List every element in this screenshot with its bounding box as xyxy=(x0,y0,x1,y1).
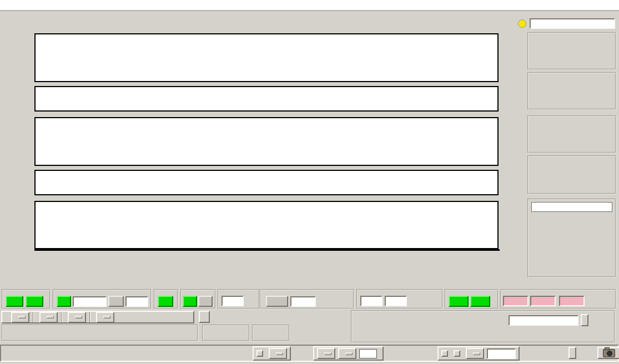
bpm-monitor-panel xyxy=(527,199,616,277)
dropdown-dash-icon xyxy=(103,316,110,318)
resize-button[interactable] xyxy=(568,347,576,359)
set-ref-button[interactable] xyxy=(581,314,588,326)
beam-gate-open-2-button[interactable] xyxy=(26,296,43,307)
dx-plot xyxy=(34,33,499,82)
fc15-group xyxy=(53,289,152,309)
fc15-on-button[interactable] xyxy=(57,296,71,307)
dy-plot xyxy=(34,117,499,166)
replot-button[interactable] xyxy=(199,311,210,323)
range-qem-segment xyxy=(61,312,89,322)
qe-right-axis-label xyxy=(516,201,524,249)
dropdown-dash-icon xyxy=(47,316,54,318)
ee-ratio-group xyxy=(218,289,260,309)
sigma-group xyxy=(252,325,290,341)
ph-checkbox[interactable] xyxy=(441,350,448,357)
gr-a1-1st-button[interactable] xyxy=(449,296,469,307)
bpm-dropdown[interactable] xyxy=(317,348,335,359)
dropdown-dash-icon xyxy=(345,352,353,355)
dropdown-dash-icon xyxy=(75,316,82,318)
che1-out-button[interactable] xyxy=(266,296,288,307)
range-dx-segment xyxy=(2,312,33,322)
dropdown-dash-icon xyxy=(473,352,480,355)
fc15-percent-value xyxy=(125,296,148,307)
acquisition-panel xyxy=(437,346,520,361)
dy-axis-label xyxy=(12,117,19,166)
sector-group xyxy=(2,325,198,341)
chg-th-dropdown[interactable] xyxy=(269,348,287,359)
chg-th-checkbox[interactable] xyxy=(256,350,263,357)
show-group xyxy=(351,310,615,343)
threshold-input[interactable] xyxy=(359,349,377,358)
qe-right-y-axis xyxy=(500,201,506,249)
fc15-kv-value xyxy=(73,296,107,307)
range-toolbar xyxy=(1,311,194,323)
dx-2nd-stats xyxy=(527,72,616,110)
bt-collimator-group xyxy=(260,289,354,309)
sx-plot xyxy=(34,86,499,112)
dy-1st-stats xyxy=(527,115,616,153)
conti-checkbox[interactable] xyxy=(454,350,460,357)
beam-rep-value-2 xyxy=(530,296,556,306)
se1-value xyxy=(385,296,407,306)
x-axis-line xyxy=(34,249,500,251)
range-dy-dropdown[interactable] xyxy=(39,312,58,323)
busel-group xyxy=(154,289,178,309)
dropdown-dash-icon xyxy=(18,316,26,318)
qe-y-axis xyxy=(28,201,34,249)
count-input[interactable] xyxy=(487,348,516,359)
bunch-filter-group xyxy=(202,325,250,341)
interval-dropdown[interactable] xyxy=(466,348,484,359)
range-dx-dropdown[interactable] xyxy=(11,312,29,323)
qe-plot xyxy=(34,201,499,249)
sx-steering-chart xyxy=(0,86,527,112)
dx-y-axis xyxy=(28,33,34,82)
dy-y-axis xyxy=(28,117,34,166)
range-qem-dropdown[interactable] xyxy=(68,312,86,323)
range-qep-dropdown[interactable] xyxy=(96,312,114,323)
bpm-select-panel xyxy=(313,346,384,361)
app-window xyxy=(0,0,619,364)
beam-rep-group xyxy=(500,289,616,309)
dy-2nd-stats xyxy=(527,155,616,194)
gr-a1-2nd-button[interactable] xyxy=(470,296,490,307)
bunch-dropdown[interactable] xyxy=(338,348,356,359)
dropdown-dash-icon xyxy=(324,352,331,355)
beam-rep-value-1 xyxy=(503,296,529,306)
sx-y-axis xyxy=(28,86,34,112)
dx-axis-label xyxy=(12,33,19,82)
gr-a1-snsr-group xyxy=(445,289,499,309)
fc15-stb-button[interactable] xyxy=(108,296,124,307)
bpm-monitor-title xyxy=(531,202,612,212)
range-qep-segment xyxy=(89,312,118,322)
x-axis-bpm-labels xyxy=(34,252,500,286)
range-dy-segment xyxy=(33,312,61,322)
sy-plot xyxy=(34,170,499,195)
chg-th-panel xyxy=(253,346,291,361)
qe-axis-label xyxy=(12,201,19,249)
timestamp-field xyxy=(530,18,615,29)
dx-orbit-chart xyxy=(0,33,527,82)
bunch-select-group xyxy=(180,289,216,309)
beam-gate-open-1-button[interactable] xyxy=(6,296,23,307)
beam-rep-value-3 xyxy=(559,296,585,306)
che1-value xyxy=(290,296,316,307)
busel-on-button[interactable] xyxy=(158,296,173,307)
ref-name-input[interactable] xyxy=(509,315,578,326)
dy-orbit-chart xyxy=(0,117,527,166)
sx-axis-label xyxy=(12,86,19,112)
bunch-1st-button[interactable] xyxy=(183,296,197,307)
camera-icon xyxy=(603,349,615,357)
screenshot-button[interactable] xyxy=(597,347,619,359)
qe-charge-chart xyxy=(0,201,527,249)
sy-steering-chart xyxy=(0,170,527,195)
status-lamp-icon xyxy=(518,19,526,28)
dx-1st-stats xyxy=(527,32,616,70)
dropdown-dash-icon xyxy=(276,352,283,355)
bunch-2nd-button[interactable] xyxy=(198,296,213,307)
ee-ratio-value xyxy=(222,296,244,306)
titlebar xyxy=(0,0,619,11)
beam-gate-group xyxy=(2,289,51,309)
status-bar xyxy=(0,345,619,362)
qxd2e-value xyxy=(360,296,383,306)
sy-axis-label xyxy=(12,170,19,195)
